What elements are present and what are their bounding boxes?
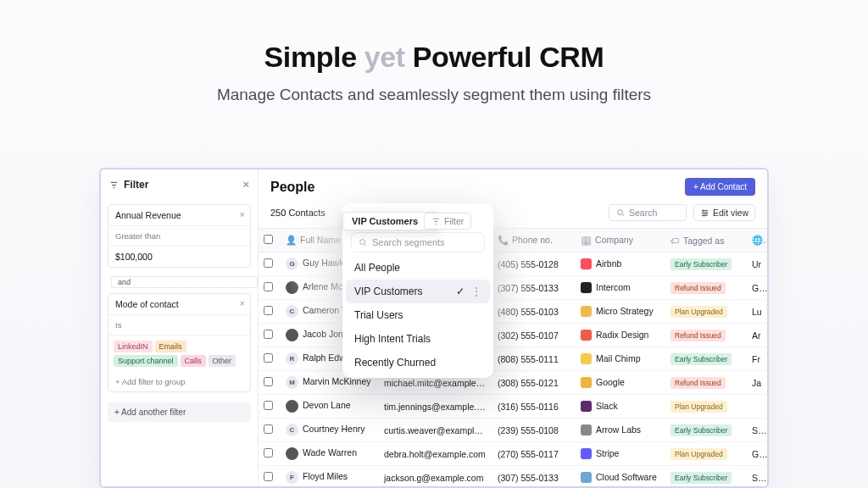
kebab-icon[interactable]: ⋮ xyxy=(471,286,481,297)
building-icon: 🏢 xyxy=(581,235,592,245)
avatar: F xyxy=(286,471,298,484)
company-badge xyxy=(581,377,592,388)
hero-title-b: yet xyxy=(364,41,413,73)
chip-other[interactable]: Other xyxy=(209,355,236,367)
table-row[interactable]: Jacob Jones(302) 555-0107Radix DesignRef… xyxy=(259,324,767,347)
row-checkbox[interactable] xyxy=(264,258,273,268)
close-filter-icon[interactable]: × xyxy=(242,178,249,191)
segment-item[interactable]: Trial Users xyxy=(346,303,490,327)
contact-phone: (302) 555-0107 xyxy=(492,324,576,347)
contact-email: curtis.weaver@example.com xyxy=(379,419,492,442)
chip-support[interactable]: Support channel xyxy=(114,355,178,367)
row-checkbox[interactable] xyxy=(264,401,273,410)
global-search[interactable]: Search xyxy=(609,204,687,221)
segment-item[interactable]: VIP Customers✓⋮ xyxy=(346,280,490,303)
table-row[interactable]: Wade Warrendebra.holt@example.com(270) 5… xyxy=(259,442,767,466)
company-badge xyxy=(581,472,592,483)
company-badge xyxy=(581,330,592,341)
contact-email: debra.holt@example.com xyxy=(379,442,492,466)
segment-item[interactable]: High Intent Trials xyxy=(346,327,490,351)
chip-emails[interactable]: Emails xyxy=(155,341,186,352)
segment-search[interactable]: Search segments xyxy=(351,232,485,252)
filter-field[interactable]: Mode of contact × xyxy=(108,294,250,315)
globe-icon: 🌐 xyxy=(752,235,767,245)
row-checkbox[interactable] xyxy=(264,282,273,291)
company-badge xyxy=(581,306,592,317)
contact-phone: (480) 555-0103 xyxy=(492,300,576,324)
remove-filter-icon[interactable]: × xyxy=(240,298,245,308)
company-name: Arrow Labs xyxy=(596,424,641,435)
filter-value[interactable]: $100,000 xyxy=(108,247,250,267)
row-checkbox[interactable] xyxy=(264,448,273,458)
row-extra: Ar xyxy=(747,324,767,347)
table-row[interactable]: FFloyd Milesjackson.g@example.com(307) 5… xyxy=(259,466,767,487)
segment-search-placeholder: Search segments xyxy=(372,237,445,247)
table-row[interactable]: CCameron W.(480) 555-0103Micro StrategyP… xyxy=(259,300,767,324)
filter-field[interactable]: Annual Revenue × xyxy=(108,205,250,226)
col-tag: 🏷Tagged as xyxy=(665,229,747,252)
hero-subtitle: Manage Contacts and seamlessly segment t… xyxy=(0,86,868,104)
row-extra: Ge xyxy=(747,276,767,300)
table-row[interactable]: MMarvin McKinneymichael.mitc@example.com… xyxy=(259,371,767,395)
segment-item[interactable]: Recently Churned xyxy=(346,351,490,374)
hero-title-c: Powerful CRM xyxy=(413,41,604,73)
company-name: Intercom xyxy=(596,282,631,292)
hero-title: Simple yet Powerful CRM xyxy=(0,41,868,74)
row-extra: Ur xyxy=(747,252,767,276)
col-extra: 🌐 xyxy=(747,229,767,252)
row-checkbox[interactable] xyxy=(264,353,273,363)
contact-email: tim.jennings@example.com xyxy=(379,395,492,419)
filter-operator[interactable]: Is xyxy=(108,315,250,336)
table-row[interactable]: CCourtney Henrycurtis.weaver@example.com… xyxy=(259,419,767,442)
svg-point-4 xyxy=(360,240,365,245)
search-placeholder: Search xyxy=(629,208,657,218)
filter-button-label: Filter xyxy=(444,216,464,226)
filter-group-revenue: Annual Revenue × Greater than $100,000 xyxy=(108,204,251,268)
segment-item-label: VIP Customers xyxy=(354,286,422,297)
company-name: Google xyxy=(596,377,625,387)
contact-name: Courtney Henry xyxy=(303,424,365,434)
filter-button[interactable]: Filter xyxy=(424,213,471,230)
add-filter-to-group[interactable]: + Add filter to group xyxy=(108,372,250,391)
row-checkbox[interactable] xyxy=(264,330,273,339)
filter-operator[interactable]: Greater than xyxy=(108,226,250,247)
avatar xyxy=(286,281,298,294)
remove-filter-icon[interactable]: × xyxy=(240,209,245,219)
chip-calls[interactable]: Calls xyxy=(181,355,206,367)
row-checkbox[interactable] xyxy=(264,472,273,481)
contact-name: Marvin McKinney xyxy=(303,376,371,386)
company-badge xyxy=(581,353,592,364)
filter-icon xyxy=(431,217,441,226)
row-extra: Ja xyxy=(747,371,767,395)
table-row[interactable]: RRalph Edwardsexample.co…(808) 555-0111M… xyxy=(259,347,767,371)
filter-joiner[interactable]: and xyxy=(111,276,258,288)
svg-point-0 xyxy=(618,210,623,215)
table-row[interactable]: Devon Lanetim.jennings@example.com(316) … xyxy=(259,395,767,419)
row-checkbox[interactable] xyxy=(264,424,273,434)
company-badge xyxy=(581,401,592,412)
add-contact-button[interactable]: + Add Contact xyxy=(685,178,755,196)
row-extra: Fr xyxy=(747,347,767,371)
row-extra xyxy=(747,395,767,419)
contacts-table: 👤Full Name ✉Email 📞Phone no. 🏢Company 🏷T… xyxy=(259,228,767,486)
search-icon xyxy=(359,238,367,247)
person-icon: 👤 xyxy=(286,235,297,245)
contact-name: Wade Warren xyxy=(303,447,357,458)
filter-chips: LinkedIN Emails Support channel Calls Ot… xyxy=(108,336,250,372)
row-extra: Sv xyxy=(747,419,767,442)
edit-view-button[interactable]: Edit view xyxy=(693,204,755,221)
add-another-filter[interactable]: + Add another filter xyxy=(108,402,251,422)
select-all-checkbox[interactable] xyxy=(264,235,273,244)
contact-count: 250 Contacts xyxy=(270,208,326,218)
filter-group-mode: Mode of contact × Is LinkedIN Emails Sup… xyxy=(108,293,251,392)
row-checkbox[interactable] xyxy=(264,306,273,315)
table-row[interactable]: GGuy Hawkins(405) 555-0128AirbnbEarly Su… xyxy=(259,252,767,276)
row-checkbox[interactable] xyxy=(264,377,273,386)
contact-phone: (239) 555-0108 xyxy=(492,419,576,442)
chip-linkedin[interactable]: LinkedIN xyxy=(114,341,153,352)
status-tag: Plan Upgraded xyxy=(670,401,727,413)
company-badge xyxy=(581,258,592,269)
filter-field-label: Mode of contact xyxy=(115,299,179,309)
table-row[interactable]: Arlene McCoy(307) 555-0133IntercomRefund… xyxy=(259,276,767,300)
segment-item[interactable]: All People xyxy=(346,256,490,280)
